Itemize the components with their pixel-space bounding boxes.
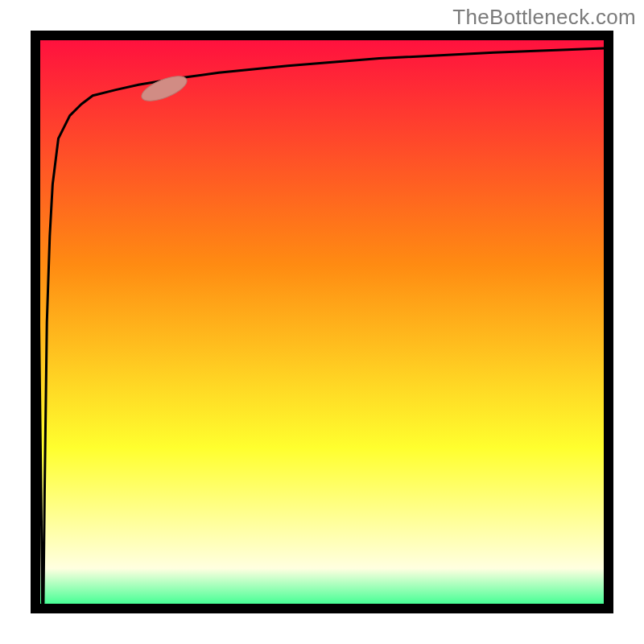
chart-stage: TheBottleneck.com bbox=[0, 0, 644, 644]
chart-svg bbox=[0, 0, 644, 644]
plot-background bbox=[35, 35, 609, 609]
attribution-label: TheBottleneck.com bbox=[452, 5, 636, 30]
